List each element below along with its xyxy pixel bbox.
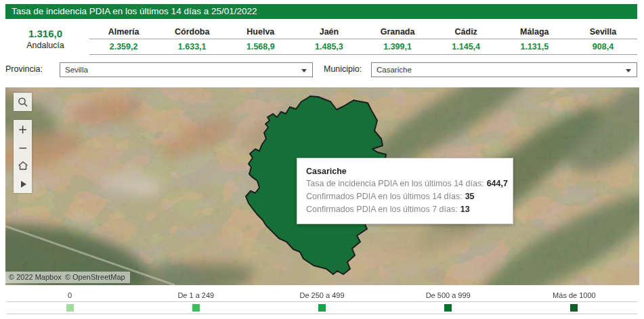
zoom-in-button[interactable]: +	[14, 120, 32, 138]
province-value: 1.145,4	[432, 39, 500, 55]
legend-swatch	[192, 304, 200, 312]
province-header: Jaén	[295, 26, 363, 39]
municipio-label: Municipio:	[324, 64, 362, 74]
province-column: Córdoba 1.633,1	[158, 26, 226, 55]
map-attribution: © 2022 Mapbox © OpenStreetMap	[5, 272, 130, 283]
legend-label: Más de 1000	[511, 289, 637, 302]
province-column: Cádiz 1.145,4	[432, 26, 500, 55]
tooltip-row: Confirmados PDIA en los últimos 14 días:…	[306, 190, 505, 203]
province-column: Jaén 1.485,3	[295, 26, 363, 55]
filter-bar: Provincia: Sevilla Municipio: Casariche	[0, 62, 644, 78]
search-icon	[18, 97, 28, 108]
province-header: Huelva	[226, 26, 295, 39]
province-header: Sevilla	[569, 26, 637, 39]
province-column: Granada 1.399,1	[364, 26, 432, 55]
province-value: 1.399,1	[364, 39, 432, 55]
province-header: Almería	[89, 26, 158, 39]
province-value: 1.131,5	[500, 39, 569, 55]
province-header: Córdoba	[158, 26, 226, 39]
tooltip-row: Confirmados PDIA en los últimos 7 días:1…	[306, 203, 505, 216]
province-table[interactable]: Almería 2.359,2 Córdoba 1.633,1 Huelva 1…	[89, 26, 637, 55]
province-header: Granada	[364, 26, 432, 39]
plus-icon: +	[18, 123, 27, 136]
zoom-out-button[interactable]: −	[14, 138, 32, 156]
legend-swatch	[66, 304, 74, 312]
region-incidence-value: 1.316,0	[9, 28, 81, 40]
tooltip-title: Casariche	[306, 165, 505, 177]
province-value: 1.568,9	[226, 39, 295, 55]
page-title: Tasa de incidencia PDIA en los últimos 1…	[12, 6, 257, 16]
region-name: Andalucía	[9, 40, 81, 51]
region-summary: 1.316,0 Andalucía	[9, 28, 81, 51]
pan-mode-button[interactable]	[14, 175, 32, 193]
minus-icon: −	[18, 141, 27, 154]
osm-attribution-link[interactable]: © OpenStreetMap	[65, 273, 125, 281]
legend-swatch	[318, 304, 326, 312]
incidence-legend: 0 De 1 a 249 De 250 a 499 De 500 a 999 M…	[7, 289, 637, 314]
home-icon	[18, 161, 28, 171]
province-column: Málaga 1.131,5	[500, 26, 569, 55]
legend-label: De 250 a 499	[259, 289, 385, 302]
municipio-dropdown[interactable]: Casariche	[371, 62, 637, 77]
province-header: Málaga	[500, 26, 569, 39]
legend-label: De 500 a 999	[385, 289, 511, 302]
municipio-selected-value: Casariche	[377, 66, 412, 74]
arrow-right-icon	[21, 181, 26, 188]
home-button[interactable]	[14, 156, 32, 175]
provincia-label: Provincia:	[5, 64, 43, 74]
map[interactable]: + − Casariche Tasa de incidencia PDIA en…	[5, 87, 639, 285]
provincia-dropdown[interactable]: Sevilla	[60, 62, 313, 77]
map-navigation-controls: + −	[14, 120, 32, 193]
legend-label: 0	[7, 289, 133, 302]
province-column: Huelva 1.568,9	[226, 26, 295, 55]
province-value: 1.485,3	[295, 39, 363, 55]
chevron-down-icon	[626, 69, 631, 72]
legend-swatch	[570, 304, 578, 312]
tooltip-row: Tasa de incidencia PDIA en los últimos 1…	[306, 177, 505, 190]
mapbox-attribution-link[interactable]: © 2022 Mapbox	[9, 273, 62, 281]
legend-swatch	[444, 304, 452, 312]
map-tooltip: Casariche Tasa de incidencia PDIA en los…	[297, 158, 513, 224]
province-value: 908,4	[569, 39, 637, 55]
province-column: Sevilla 908,4	[569, 26, 637, 55]
legend-label: De 1 a 249	[133, 289, 259, 302]
province-value: 2.359,2	[89, 39, 158, 55]
chevron-down-icon	[301, 69, 307, 72]
province-value: 1.633,1	[158, 39, 226, 55]
province-header: Cádiz	[432, 26, 500, 39]
province-column: Almería 2.359,2	[89, 26, 158, 55]
map-search-button[interactable]	[14, 93, 32, 111]
provincia-selected-value: Sevilla	[65, 66, 88, 74]
title-bar: Tasa de incidencia PDIA en los últimos 1…	[5, 4, 637, 19]
